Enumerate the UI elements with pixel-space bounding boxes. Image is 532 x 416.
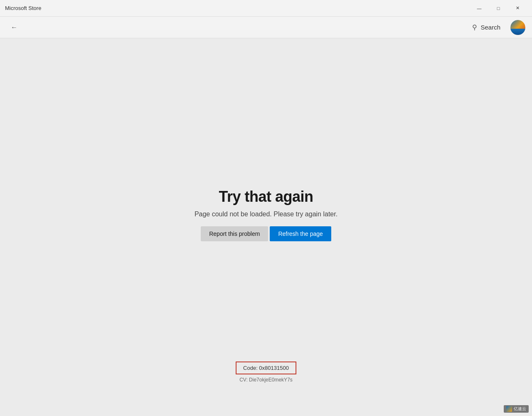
- search-label: Search: [480, 24, 500, 31]
- title-bar-controls: — □ ✕: [470, 0, 527, 17]
- error-title: Try that again: [219, 188, 313, 206]
- watermark: 亿速云: [504, 405, 529, 413]
- error-code-area: Code: 0x80131500 CV: Die7okjeE0mekY7s: [236, 362, 296, 383]
- refresh-page-button[interactable]: Refresh the page: [270, 226, 331, 241]
- title-bar-left: Microsoft Store: [5, 5, 41, 11]
- error-subtitle: Page could not be loaded. Please try aga…: [195, 210, 337, 218]
- error-container: Try that again Page could not be loaded.…: [195, 188, 337, 241]
- toolbar: ← ⚲ Search: [0, 17, 532, 38]
- close-button[interactable]: ✕: [508, 0, 527, 17]
- toolbar-left: ←: [7, 20, 22, 35]
- watermark-icon: [506, 406, 512, 412]
- minimize-button[interactable]: —: [470, 0, 489, 17]
- report-problem-button[interactable]: Report this problem: [201, 226, 268, 241]
- back-button[interactable]: ←: [7, 20, 22, 35]
- error-code-text: Code: 0x80131500: [243, 365, 289, 371]
- main-content: Try that again Page could not be loaded.…: [0, 38, 532, 416]
- search-button[interactable]: ⚲ Search: [467, 21, 505, 34]
- toolbar-right: ⚲ Search: [467, 20, 525, 35]
- maximize-button[interactable]: □: [489, 0, 508, 17]
- title-bar: Microsoft Store — □ ✕: [0, 0, 532, 17]
- cv-text: CV: Die7okjeE0mekY7s: [239, 377, 293, 383]
- button-row: Report this problem Refresh the page: [201, 226, 331, 241]
- watermark-label: 亿速云: [514, 406, 526, 412]
- app-title: Microsoft Store: [5, 5, 41, 11]
- search-icon: ⚲: [472, 23, 477, 31]
- avatar-image: [510, 20, 525, 35]
- error-code-box: Code: 0x80131500: [236, 362, 296, 374]
- avatar[interactable]: [510, 20, 525, 35]
